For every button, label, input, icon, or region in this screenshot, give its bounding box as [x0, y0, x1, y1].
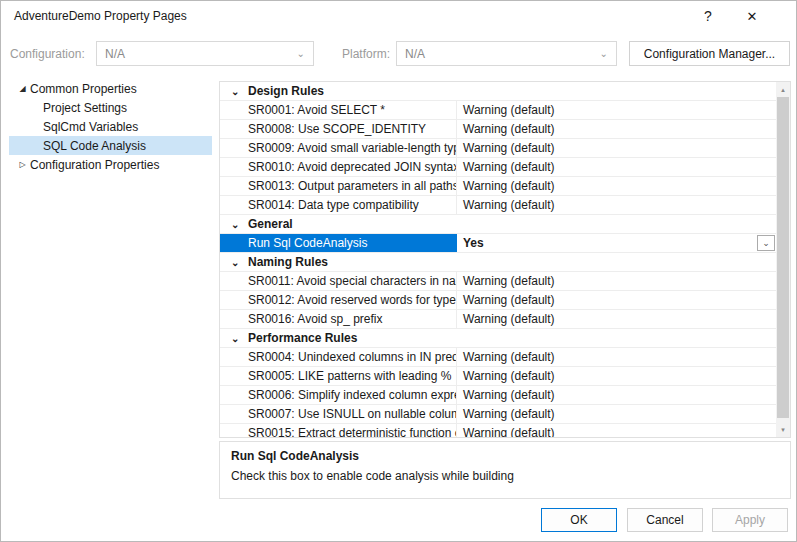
property-value-text: Warning (default): [463, 179, 555, 193]
ok-button[interactable]: OK: [541, 508, 617, 532]
scroll-down-icon[interactable]: ▾: [776, 422, 790, 437]
property-value[interactable]: Warning (default): [457, 348, 776, 366]
property-row-sr0014[interactable]: SR0014: Data type compatibilityWarning (…: [220, 196, 776, 215]
tree-item-label: Common Properties: [30, 82, 137, 96]
help-button[interactable]: ?: [692, 1, 724, 31]
property-row-run-sql-codeanalysis[interactable]: Run Sql CodeAnalysisYes⌄: [220, 234, 776, 253]
property-name[interactable]: SR0009: Avoid small variable-length typ: [220, 139, 457, 157]
group-label: Design Rules: [248, 84, 324, 98]
dialog-title: AdventureDemo Property Pages: [14, 9, 187, 23]
property-value-text: Warning (default): [463, 312, 555, 326]
apply-button[interactable]: Apply: [712, 508, 788, 532]
property-value-text: Warning (default): [463, 274, 555, 288]
property-value[interactable]: Warning (default): [457, 424, 776, 438]
tree-collapse-icon[interactable]: ◢: [15, 84, 30, 93]
vertical-scrollbar[interactable]: ▴ ▾: [776, 82, 790, 437]
cancel-button[interactable]: Cancel: [627, 508, 703, 532]
property-pages-dialog: AdventureDemo Property Pages ? ✕ Configu…: [0, 0, 797, 542]
tree: ◢Common PropertiesProject SettingsSqlCmd…: [9, 79, 212, 174]
property-value[interactable]: Warning (default): [457, 405, 776, 423]
property-name[interactable]: SR0006: Simplify indexed column expres: [220, 386, 457, 404]
property-name[interactable]: SR0016: Avoid sp_ prefix: [220, 310, 457, 328]
property-name[interactable]: SR0008: Use SCOPE_IDENTITY: [220, 120, 457, 138]
property-row-sr0007[interactable]: SR0007: Use ISNULL on nullable columnWar…: [220, 405, 776, 424]
platform-value: N/A: [405, 47, 600, 61]
tree-item-configuration-properties[interactable]: ▷Configuration Properties: [9, 155, 212, 174]
property-value[interactable]: Warning (default): [457, 120, 776, 138]
chevron-down-icon: ⌄: [297, 48, 305, 59]
property-value[interactable]: Warning (default): [457, 272, 776, 290]
property-value[interactable]: Yes⌄: [457, 234, 776, 252]
property-row-sr0008[interactable]: SR0008: Use SCOPE_IDENTITYWarning (defau…: [220, 120, 776, 139]
group-header-performance-rules[interactable]: ⌄Performance Rules: [220, 329, 776, 348]
property-value[interactable]: Warning (default): [457, 177, 776, 195]
tree-item-common-properties[interactable]: ◢Common Properties: [9, 79, 212, 98]
platform-dropdown[interactable]: N/A ⌄: [396, 41, 617, 66]
chevron-down-icon[interactable]: ⌄: [231, 86, 248, 97]
property-row-sr0012[interactable]: SR0012: Avoid reserved words for type nW…: [220, 291, 776, 310]
property-row-sr0011[interactable]: SR0011: Avoid special characters in namW…: [220, 272, 776, 291]
value-dropdown-button[interactable]: ⌄: [757, 235, 775, 251]
platform-label: Platform:: [342, 47, 390, 61]
property-value[interactable]: Warning (default): [457, 386, 776, 404]
property-row-sr0001[interactable]: SR0001: Avoid SELECT *Warning (default): [220, 101, 776, 120]
property-row-sr0010[interactable]: SR0010: Avoid deprecated JOIN syntaxWarn…: [220, 158, 776, 177]
property-value-text: Warning (default): [463, 426, 555, 438]
description-text: Check this box to enable code analysis w…: [231, 469, 779, 483]
group-header-general[interactable]: ⌄General: [220, 215, 776, 234]
property-name[interactable]: SR0013: Output parameters in all paths: [220, 177, 457, 195]
property-row-sr0009[interactable]: SR0009: Avoid small variable-length typW…: [220, 139, 776, 158]
property-name[interactable]: SR0001: Avoid SELECT *: [220, 101, 457, 119]
property-name[interactable]: SR0005: LIKE patterns with leading %: [220, 367, 457, 385]
group-header-design-rules[interactable]: ⌄Design Rules: [220, 82, 776, 101]
chevron-down-icon: ⌄: [600, 48, 608, 59]
property-row-sr0015[interactable]: SR0015: Extract deterministic function c…: [220, 424, 776, 438]
configuration-manager-button[interactable]: Configuration Manager...: [629, 41, 790, 66]
tree-item-sqlcmd-variables[interactable]: SqlCmd Variables: [9, 117, 212, 136]
property-name[interactable]: SR0010: Avoid deprecated JOIN syntax: [220, 158, 457, 176]
property-row-sr0006[interactable]: SR0006: Simplify indexed column expresWa…: [220, 386, 776, 405]
tree-item-label: Configuration Properties: [30, 158, 159, 172]
close-button[interactable]: ✕: [736, 1, 768, 31]
property-value[interactable]: Warning (default): [457, 310, 776, 328]
configuration-dropdown[interactable]: N/A ⌄: [96, 41, 314, 66]
property-value-text: Warning (default): [463, 369, 555, 383]
property-row-sr0004[interactable]: SR0004: Unindexed columns in IN predicWa…: [220, 348, 776, 367]
property-name[interactable]: SR0014: Data type compatibility: [220, 196, 457, 214]
property-value[interactable]: Warning (default): [457, 367, 776, 385]
property-value[interactable]: Warning (default): [457, 196, 776, 214]
property-name[interactable]: SR0012: Avoid reserved words for type n: [220, 291, 457, 309]
scrollbar-thumb[interactable]: [777, 97, 789, 418]
property-value-text: Warning (default): [463, 141, 555, 155]
description-title: Run Sql CodeAnalysis: [231, 449, 779, 463]
configuration-label: Configuration:: [10, 47, 85, 61]
tree-item-project-settings[interactable]: Project Settings: [9, 98, 212, 117]
chevron-down-icon[interactable]: ⌄: [231, 219, 248, 230]
property-name[interactable]: SR0007: Use ISNULL on nullable column: [220, 405, 457, 423]
group-label: Performance Rules: [248, 331, 357, 345]
property-value-text: Yes: [463, 236, 484, 250]
property-value[interactable]: Warning (default): [457, 139, 776, 157]
property-value[interactable]: Warning (default): [457, 291, 776, 309]
tree-expand-icon[interactable]: ▷: [15, 160, 30, 169]
property-value-text: Warning (default): [463, 350, 555, 364]
property-name[interactable]: Run Sql CodeAnalysis: [220, 234, 457, 252]
tree-item-label: Project Settings: [43, 101, 127, 115]
property-row-sr0005[interactable]: SR0005: LIKE patterns with leading %Warn…: [220, 367, 776, 386]
property-name[interactable]: SR0004: Unindexed columns in IN predic: [220, 348, 457, 366]
tree-item-sql-code-analysis[interactable]: SQL Code Analysis: [9, 136, 212, 155]
property-row-sr0016[interactable]: SR0016: Avoid sp_ prefixWarning (default…: [220, 310, 776, 329]
scroll-up-icon[interactable]: ▴: [776, 82, 790, 97]
property-row-sr0013[interactable]: SR0013: Output parameters in all pathsWa…: [220, 177, 776, 196]
property-name[interactable]: SR0015: Extract deterministic function c…: [220, 424, 457, 438]
chevron-down-icon[interactable]: ⌄: [231, 257, 248, 268]
property-value[interactable]: Warning (default): [457, 101, 776, 119]
close-icon: ✕: [747, 9, 758, 24]
configuration-value: N/A: [105, 47, 297, 61]
property-value-text: Warning (default): [463, 103, 555, 117]
property-name[interactable]: SR0011: Avoid special characters in nam: [220, 272, 457, 290]
chevron-down-icon[interactable]: ⌄: [231, 333, 248, 344]
property-value-text: Warning (default): [463, 160, 555, 174]
property-value[interactable]: Warning (default): [457, 158, 776, 176]
group-header-naming-rules[interactable]: ⌄Naming Rules: [220, 253, 776, 272]
